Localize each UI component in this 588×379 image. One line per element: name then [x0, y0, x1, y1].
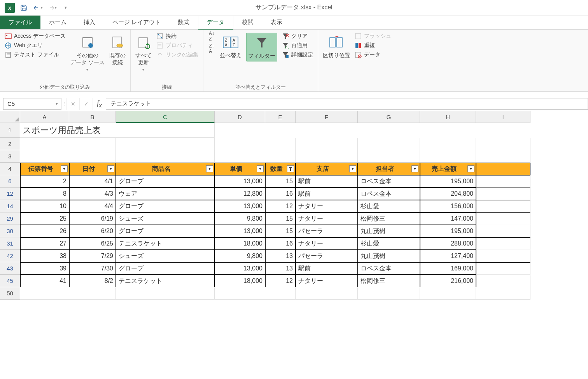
cell-staff[interactable]: 丸山茂樹 — [358, 225, 420, 237]
cell-product[interactable]: グローブ — [116, 200, 215, 212]
cell-staff[interactable]: ロペス金本 — [358, 175, 420, 188]
row-header[interactable]: 50 — [0, 287, 20, 300]
from-text-button[interactable]: テキスト ファイル — [5, 51, 66, 58]
cell-product[interactable]: グローブ — [116, 225, 215, 237]
cell-qty[interactable]: 13 — [265, 262, 296, 275]
cell-slip[interactable]: 8 — [20, 188, 69, 200]
cell-price[interactable]: 18,000 — [215, 275, 265, 287]
cell-date[interactable]: 4/1 — [69, 175, 116, 188]
tab-insert[interactable]: 挿入 — [75, 16, 104, 29]
cell-product[interactable]: シューズ — [116, 250, 215, 262]
sort-button[interactable]: ZAAZ 並べ替え — [220, 33, 242, 59]
row-header[interactable]: 1 — [0, 123, 20, 138]
existing-connections-button[interactable]: 既存の 接続 — [109, 33, 126, 66]
clear-filter-button[interactable]: クリア — [282, 33, 313, 40]
cell[interactable] — [420, 150, 476, 163]
row-header[interactable]: 42 — [0, 250, 20, 262]
cell-price[interactable]: 18,000 — [215, 237, 265, 250]
table-header[interactable]: 数量 — [265, 163, 296, 175]
cell-price[interactable]: 13,000 — [215, 262, 265, 275]
cell-staff[interactable]: 松岡修三 — [358, 212, 420, 225]
sort-asc-button[interactable]: A↓Z — [208, 33, 215, 40]
row-header[interactable]: 45 — [0, 275, 20, 287]
row-header[interactable]: 14 — [0, 200, 20, 212]
row-header[interactable]: 43 — [0, 262, 20, 275]
cell[interactable] — [358, 150, 420, 163]
cell-qty[interactable]: 16 — [265, 237, 296, 250]
table-header[interactable]: 単価▼ — [215, 163, 265, 175]
cell[interactable] — [296, 287, 358, 300]
tab-page-layout[interactable]: ページ レイアウト — [104, 16, 169, 29]
cell-staff[interactable]: 丸山茂樹 — [358, 250, 420, 262]
cell-amount[interactable]: 169,000 — [420, 262, 476, 275]
cell-product[interactable]: テニスラケット — [116, 275, 215, 287]
cell-store[interactable]: 駅前 — [296, 262, 358, 275]
column-header-B[interactable]: B — [69, 111, 116, 123]
cell-staff[interactable]: 松岡修三 — [358, 275, 420, 287]
table-header[interactable]: 担当者▼ — [358, 163, 420, 175]
cell[interactable] — [420, 287, 476, 300]
table-header[interactable]: 支店▼ — [296, 163, 358, 175]
filter-dropdown-button[interactable]: ▼ — [107, 165, 114, 172]
cell-staff[interactable]: ロペス金本 — [358, 188, 420, 200]
cancel-formula-button[interactable]: ✕ — [66, 98, 79, 110]
cell-date[interactable]: 4/3 — [69, 188, 116, 200]
formula-input[interactable]: テニスラケット — [106, 98, 588, 110]
sort-desc-button[interactable]: Z↓A — [208, 45, 215, 52]
cell-store[interactable]: 駅前 — [296, 175, 358, 188]
cell[interactable] — [69, 287, 116, 300]
column-header-C[interactable]: C — [116, 111, 215, 123]
cell-product[interactable]: ウェア — [116, 188, 215, 200]
cell-amount[interactable]: 156,000 — [420, 200, 476, 212]
cell-store[interactable]: ナタリー — [296, 212, 358, 225]
cell[interactable] — [69, 138, 116, 150]
cell-slip[interactable]: 41 — [20, 275, 69, 287]
cell-date[interactable]: 8/2 — [69, 275, 116, 287]
cell[interactable] — [296, 138, 358, 150]
undo-button[interactable]: ▾ — [33, 3, 43, 13]
cell[interactable] — [116, 150, 215, 163]
tab-home[interactable]: ホーム — [40, 16, 75, 29]
cell-slip[interactable]: 25 — [20, 212, 69, 225]
tab-review[interactable]: 校閲 — [233, 16, 262, 29]
reapply-button[interactable]: 再適用 — [282, 42, 313, 49]
cell[interactable] — [215, 287, 265, 300]
cell-price[interactable]: 13,000 — [215, 225, 265, 237]
row-header[interactable]: 30 — [0, 225, 20, 237]
cell[interactable] — [476, 287, 530, 300]
column-header-I[interactable]: I — [476, 111, 530, 123]
cell-product[interactable]: テニスラケット — [116, 237, 215, 250]
cell-date[interactable]: 6/20 — [69, 225, 116, 237]
cell-store[interactable]: パセーラ — [296, 250, 358, 262]
cell-price[interactable]: 9,800 — [215, 250, 265, 262]
cell-store[interactable]: 駅前 — [296, 188, 358, 200]
cell-slip[interactable]: 39 — [20, 262, 69, 275]
cell-slip[interactable]: 26 — [20, 225, 69, 237]
row-header[interactable]: 12 — [0, 188, 20, 200]
data-validation-button[interactable]: データ — [355, 51, 391, 58]
cell-amount[interactable]: 195,000 — [420, 225, 476, 237]
cell-price[interactable]: 13,000 — [215, 175, 265, 188]
filter-dropdown-button[interactable]: ▼ — [467, 165, 474, 172]
cell-date[interactable]: 6/25 — [69, 237, 116, 250]
cell-price[interactable]: 9,800 — [215, 212, 265, 225]
name-box[interactable]: C5▼ — [3, 98, 61, 110]
cell[interactable] — [476, 188, 530, 200]
cell-qty[interactable]: 15 — [265, 175, 296, 188]
title-cell[interactable]: スポーツ用品売上表 — [20, 123, 215, 138]
column-header-F[interactable]: F — [296, 111, 358, 123]
cell-date[interactable]: 7/30 — [69, 262, 116, 275]
row-header[interactable]: 6 — [0, 175, 20, 188]
filter-dropdown-button[interactable] — [287, 165, 294, 172]
filter-dropdown-button[interactable]: ▼ — [61, 165, 68, 172]
cell[interactable] — [476, 150, 530, 163]
cell-amount[interactable]: 147,000 — [420, 212, 476, 225]
cell-slip[interactable]: 38 — [20, 250, 69, 262]
refresh-all-button[interactable]: すべて 更新▾ — [135, 33, 152, 72]
cell[interactable] — [20, 138, 69, 150]
confirm-formula-button[interactable]: ✓ — [79, 98, 93, 110]
tab-file[interactable]: ファイル — [0, 16, 40, 29]
filter-dropdown-button[interactable]: ▼ — [257, 165, 264, 172]
filter-dropdown-button[interactable]: ▼ — [206, 165, 213, 172]
cell[interactable] — [69, 150, 116, 163]
